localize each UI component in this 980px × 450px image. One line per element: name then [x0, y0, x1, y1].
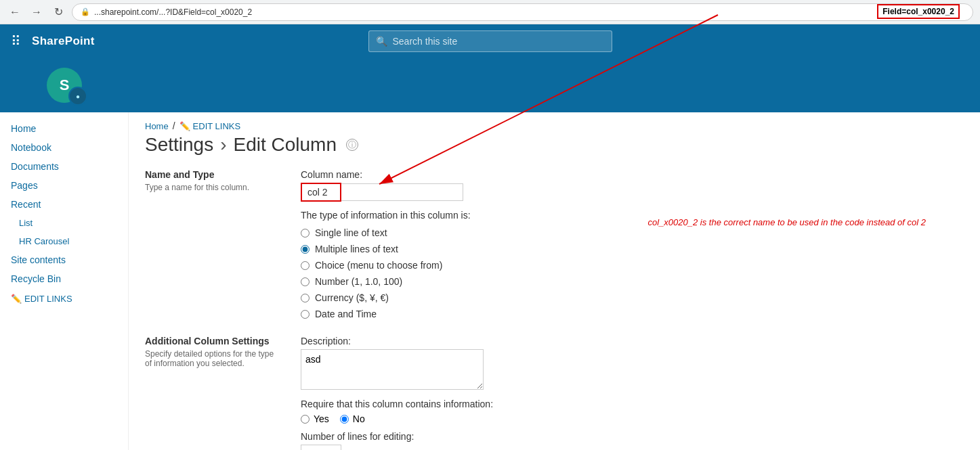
address-text: ...sharepoint.com/...?ID&Field=col_x0020… [94, 7, 964, 17]
sidebar-item-list[interactable]: List [0, 214, 128, 232]
page-title-part2: Edit Column [234, 134, 337, 156]
type-choice[interactable]: Choice (menu to choose from) [301, 260, 964, 271]
type-number-radio[interactable] [301, 277, 310, 286]
column-name-label: Column name: [301, 169, 362, 180]
site-logo: S ● [0, 58, 129, 112]
sidebar-item-site-contents[interactable]: Site contents [0, 250, 128, 269]
require-yes-radio[interactable] [301, 415, 310, 424]
sidebar-item-home[interactable]: Home [0, 119, 128, 138]
name-and-type-section: Name and Type Type a name for this colum… [145, 169, 964, 319]
additional-control-col: Description: asd Require that this colum… [301, 336, 964, 450]
sidebar: Home Notebook Documents Pages Recent Lis… [0, 112, 129, 450]
page-title-part1: Settings [145, 134, 213, 156]
sidebar-item-pages[interactable]: Pages [0, 176, 128, 195]
name-type-title: Name and Type [145, 169, 280, 180]
topnav: ⠿ SharePoint 🔍 [0, 24, 980, 58]
main-layout: Home Notebook Documents Pages Recent Lis… [0, 112, 980, 450]
back-button[interactable]: ← [7, 4, 23, 20]
search-input[interactable] [393, 36, 605, 47]
sidebar-item-recent[interactable]: Recent [0, 195, 128, 214]
sidebar-item-documents[interactable]: Documents [0, 157, 128, 176]
sidebar-item-hr-carousel[interactable]: HR Carousel [0, 232, 128, 250]
search-box[interactable]: 🔍 [368, 30, 612, 52]
type-multi-line-radio[interactable] [301, 245, 310, 254]
type-datetime-radio[interactable] [301, 310, 310, 319]
content-area: Home / ✏️ EDIT LINKS Settings › Edit Col… [129, 112, 980, 450]
info-icon[interactable]: ⓘ [346, 139, 358, 151]
suite-name: SharePoint [32, 35, 95, 48]
additional-title: Additional Column Settings [145, 336, 280, 346]
name-type-label-col: Name and Type Type a name for this colum… [145, 169, 280, 319]
refresh-button[interactable]: ↻ [50, 4, 66, 20]
sidebar-item-notebook[interactable]: Notebook [0, 138, 128, 157]
type-multi-line[interactable]: Multiple lines of text [301, 244, 964, 254]
sidebar-item-recycle-bin[interactable]: Recycle Bin [0, 269, 128, 288]
type-single-line[interactable]: Single line of text [301, 227, 964, 238]
type-radio-group: Single line of text Multiple lines of te… [301, 227, 964, 319]
site-header: S ● [0, 58, 980, 112]
annotation-text: col_x0020_2 is the correct name to be us… [648, 217, 926, 227]
require-yes[interactable]: Yes [301, 413, 329, 424]
sidebar-edit-links[interactable]: ✏️ EDIT LINKS [0, 288, 128, 309]
type-currency[interactable]: Currency ($, ¥, €) [301, 292, 964, 303]
type-choice-radio[interactable] [301, 261, 310, 270]
address-bar[interactable]: 🔒 ...sharepoint.com/...?ID&Field=col_x00… [72, 3, 973, 21]
require-radio-group: Yes No [301, 413, 964, 424]
num-lines-label: Number of lines for editing: [301, 431, 964, 442]
search-icon: 🔍 [376, 36, 387, 47]
forward-button[interactable]: → [28, 4, 45, 20]
name-type-control-col: Column name: col 2 The type of informati… [301, 169, 964, 319]
additional-desc: Specify detailed options for the type of… [145, 349, 280, 368]
site-logo-circle: S ● [47, 68, 82, 103]
column-name-value: col 2 [301, 183, 341, 202]
type-number[interactable]: Number (1, 1.0, 100) [301, 276, 964, 287]
additional-label-col: Additional Column Settings Specify detai… [145, 336, 280, 450]
page-title: Settings › Edit Column ⓘ [145, 134, 964, 156]
breadcrumb: Home / ✏️ EDIT LINKS [145, 112, 964, 134]
column-name-input[interactable] [341, 183, 463, 201]
breadcrumb-sep: / [173, 120, 175, 131]
description-label: Description: [301, 336, 964, 346]
require-label: Require that this column contains inform… [301, 399, 964, 409]
pencil-icon-breadcrumb: ✏️ [179, 121, 190, 131]
name-type-desc: Type a name for this column. [145, 183, 280, 192]
logo-letter: S [60, 76, 70, 94]
type-datetime[interactable]: Date and Time [301, 309, 964, 319]
num-lines-input[interactable] [301, 445, 341, 450]
pencil-icon: ✏️ [11, 294, 22, 304]
require-no-radio[interactable] [340, 415, 349, 424]
require-no[interactable]: No [340, 413, 365, 424]
breadcrumb-edit-links[interactable]: ✏️ EDIT LINKS [179, 121, 241, 131]
lock-icon: 🔒 [81, 7, 90, 16]
site-logo-small: ● [68, 87, 87, 106]
breadcrumb-home[interactable]: Home [145, 121, 169, 131]
type-single-line-radio[interactable] [301, 229, 310, 238]
page-title-arrow: › [220, 134, 226, 156]
column-name-wrapper: col 2 [301, 183, 964, 202]
waffle-icon[interactable]: ⠿ [8, 30, 24, 52]
browser-bar: ← → ↻ 🔒 ...sharepoint.com/...?ID&Field=c… [0, 0, 980, 24]
url-annotation-box: Field=col_x0020_2 [877, 4, 960, 19]
additional-settings-section: Additional Column Settings Specify detai… [145, 336, 964, 450]
type-currency-radio[interactable] [301, 294, 310, 302]
description-textarea[interactable]: asd [301, 349, 484, 390]
